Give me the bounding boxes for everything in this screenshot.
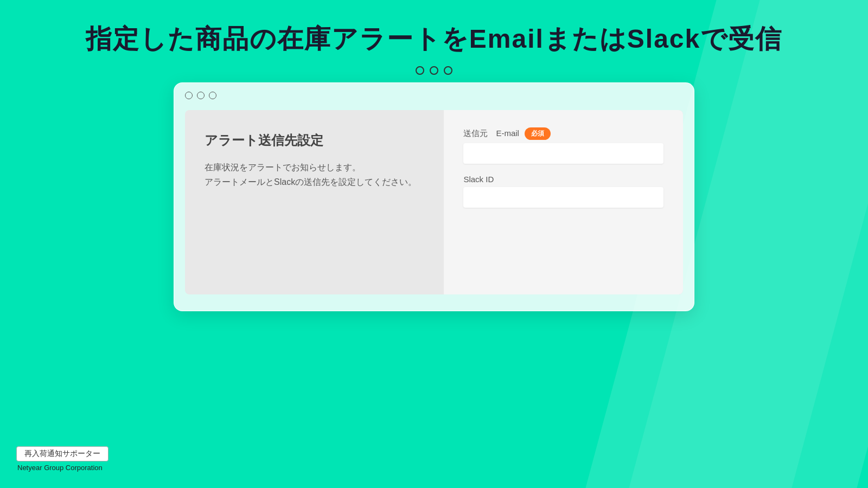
page-title: 指定した商品の在庫アラートをEmailまたはSlackで受信 [0,22,868,56]
browser-dot-2 [197,92,205,99]
browser-dot-1 [185,92,193,99]
outer-dot-1 [416,66,424,75]
form-section-title: アラート送信先設定 [205,132,424,149]
form-right-section: 送信元 E-mail 必須 Slack ID [444,110,683,294]
outer-dot-2 [430,66,438,75]
form-description: 在庫状況をアラートでお知らせします。 アラートメールとSlackの送信先を設定し… [205,160,424,189]
outer-dot-3 [444,66,452,75]
slack-field-group: Slack ID [463,175,663,208]
email-label: 送信元 E-mail [463,129,519,139]
outer-dots-group [0,66,868,77]
brand-badge: 再入荷通知サポーター [16,446,108,461]
form-desc-line2: アラートメールとSlackの送信先を設定してください。 [205,177,417,187]
browser-window: アラート送信先設定 在庫状況をアラートでお知らせします。 アラートメールとSla… [174,82,694,311]
form-desc-line1: 在庫状況をアラートでお知らせします。 [205,163,361,172]
slack-label: Slack ID [463,175,494,184]
footer-section: 再入荷通知サポーター Netyear Group Corporation [16,446,108,472]
email-input[interactable] [463,143,663,164]
browser-dot-3 [209,92,216,99]
email-label-row: 送信元 E-mail 必須 [463,127,663,140]
slack-input[interactable] [463,187,663,208]
email-field-group: 送信元 E-mail 必須 [463,127,663,164]
form-left-section: アラート送信先設定 在庫状況をアラートでお知らせします。 アラートメールとSla… [185,110,444,294]
required-badge: 必須 [525,127,551,140]
slack-label-row: Slack ID [463,175,663,184]
browser-dots [185,92,683,99]
form-card: アラート送信先設定 在庫状況をアラートでお知らせします。 アラートメールとSla… [185,110,683,294]
company-name: Netyear Group Corporation [17,464,108,472]
